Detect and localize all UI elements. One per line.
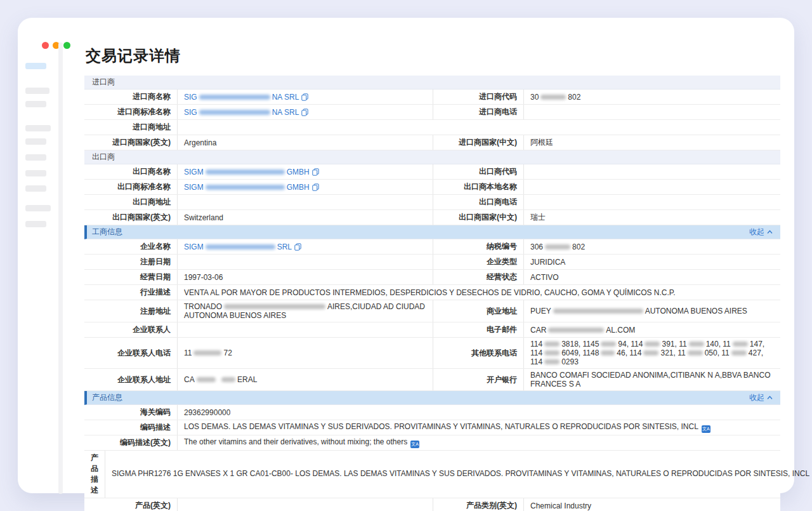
window-controls <box>42 42 70 49</box>
table-row: 编码描述(英文)The other vitamins and their der… <box>84 435 780 451</box>
field-label: 产品(英文) <box>84 498 178 511</box>
collapse-button[interactable]: 收起 <box>749 392 773 403</box>
field-value: VENTA AL POR MAYOR DE PRODUCTOS INTERMED… <box>178 285 780 300</box>
field-value: PUEYAUTONOMA BUENOS AIRES <box>524 300 780 322</box>
redacted-text <box>601 350 615 355</box>
field-label: 企业类型 <box>433 255 524 269</box>
field-label: 企业联系人 <box>84 322 178 337</box>
redacted-text <box>199 95 270 100</box>
field-label: 经营状态 <box>433 270 524 284</box>
table-row: 出口商地址出口商电话 <box>84 195 780 210</box>
redacted-text <box>544 359 560 364</box>
field-value <box>178 195 433 209</box>
redacted-text <box>645 342 660 347</box>
field-value <box>524 180 780 194</box>
sidebar-skeleton-item <box>25 138 46 145</box>
redacted-text <box>540 95 566 100</box>
close-button[interactable] <box>42 42 49 49</box>
field-label: 企业名称 <box>84 239 178 254</box>
field-label: 进口商电话 <box>433 105 524 119</box>
field-label: 开户银行 <box>433 369 524 390</box>
copy-icon[interactable] <box>301 93 308 101</box>
sidebar-skeleton-item <box>25 101 46 107</box>
field-value: 1172 <box>178 338 433 368</box>
collapse-button[interactable]: 收起 <box>749 227 773 237</box>
copy-icon[interactable] <box>294 243 301 251</box>
company-link[interactable]: SIGMSRL <box>184 242 301 251</box>
section-header-business-info: 工商信息收起 <box>84 225 780 239</box>
field-value: ACTIVO <box>524 270 780 284</box>
table-row: 行业描述VENTA AL POR MAYOR DE PRODUCTOS INTE… <box>84 285 780 300</box>
field-value: 306802 <box>524 239 780 254</box>
table-row: 进口商地址 <box>84 120 780 135</box>
field-label: 编码描述(英文) <box>84 435 178 450</box>
field-value <box>178 255 433 269</box>
company-link[interactable]: SIGMGMBH <box>184 168 319 176</box>
section-title: 进口商 <box>92 77 115 88</box>
sidebar-skeleton-item <box>25 221 46 227</box>
sidebar-skeleton-item <box>25 154 46 161</box>
sidebar-skeleton-item <box>25 125 51 131</box>
field-label: 电子邮件 <box>433 322 524 337</box>
field-value: SIGMGMBH <box>178 180 433 194</box>
copy-icon[interactable] <box>301 109 308 116</box>
sidebar-skeleton-item <box>25 88 49 94</box>
company-link[interactable]: SIGNA SRL <box>184 108 308 117</box>
field-label: 纳税编号 <box>433 239 524 254</box>
page-title: 交易记录详情 <box>86 46 780 66</box>
table-row: 产品(英文)产品类别(英文)Chemical Industry <box>84 498 780 511</box>
table-row: 注册地址TRONADOAIRES,CIUDAD AD CIUDAD AUTONO… <box>84 300 780 322</box>
field-value: 瑞士 <box>524 210 780 225</box>
table-row: 产品描述SIGMA PHR1276 1G ENVASES X 1 GR CA01… <box>84 451 780 498</box>
redacted-text <box>688 350 703 355</box>
field-label: 注册地址 <box>84 300 178 322</box>
field-value: LOS DEMAS. LAS DEMAS VITAMINAS Y SUS DER… <box>178 420 780 435</box>
translate-icon[interactable]: 文A <box>702 425 710 433</box>
field-label: 行业描述 <box>84 285 178 300</box>
copy-icon[interactable] <box>312 168 319 176</box>
field-label: 出口商本地名称 <box>433 180 524 194</box>
field-value <box>178 322 433 337</box>
field-value: 1997-03-06 <box>178 270 433 284</box>
field-value: CARAL.COM <box>524 322 780 337</box>
main-content: 交易记录详情 进口商进口商名称SIGNA SRL进口商代码30802进口商标准名… <box>84 46 780 511</box>
field-value: Chemical Industry <box>524 498 780 511</box>
field-label: 出口商国家(英文) <box>84 210 178 225</box>
company-link[interactable]: SIGNA SRL <box>184 93 308 102</box>
section-title: 工商信息 <box>92 227 122 237</box>
field-label: 注册日期 <box>84 255 178 269</box>
field-label: 企业联系人电话 <box>84 338 178 368</box>
field-value: 29362990000 <box>178 405 780 420</box>
field-label: 出口商名称 <box>84 164 178 179</box>
collapse-label: 收起 <box>749 392 764 403</box>
redacted-text <box>224 304 325 309</box>
sidebar-content-divider <box>58 43 63 494</box>
table-row: 进口商标准名称SIGNA SRL进口商电话 <box>84 105 780 120</box>
section-title: 产品信息 <box>92 392 122 403</box>
field-value: 30802 <box>524 90 780 104</box>
field-value: SIGMSRL <box>178 239 433 254</box>
field-label: 海关编码 <box>84 405 178 420</box>
redacted-text <box>553 309 643 314</box>
copy-icon[interactable] <box>312 183 319 191</box>
sidebar-skeleton-item <box>25 205 51 211</box>
table-row: 注册日期企业类型JURIDICA <box>84 255 780 270</box>
maximize-button[interactable] <box>63 42 70 49</box>
company-link[interactable]: SIGMGMBH <box>184 183 319 192</box>
field-label: 进口商名称 <box>84 90 178 104</box>
redacted-text <box>643 350 658 355</box>
table-row: 企业联系人电话1172其他联系电话1143818, 114594, 114391… <box>84 338 780 369</box>
redacted-text <box>193 350 221 355</box>
translate-icon[interactable]: 文A <box>410 441 419 448</box>
redacted-text <box>733 342 748 347</box>
sidebar-active-item <box>25 63 46 69</box>
redacted-text <box>221 377 235 382</box>
redacted-text <box>199 110 270 115</box>
table-row: 出口商名称SIGMGMBH出口商代码 <box>84 164 780 180</box>
sidebar-skeleton-item <box>25 170 46 176</box>
field-label: 出口商代码 <box>433 164 524 179</box>
field-value: SIGNA SRL <box>178 90 433 104</box>
field-value <box>524 105 780 119</box>
redacted-text <box>206 169 285 175</box>
field-value: Switzerland <box>178 210 433 225</box>
